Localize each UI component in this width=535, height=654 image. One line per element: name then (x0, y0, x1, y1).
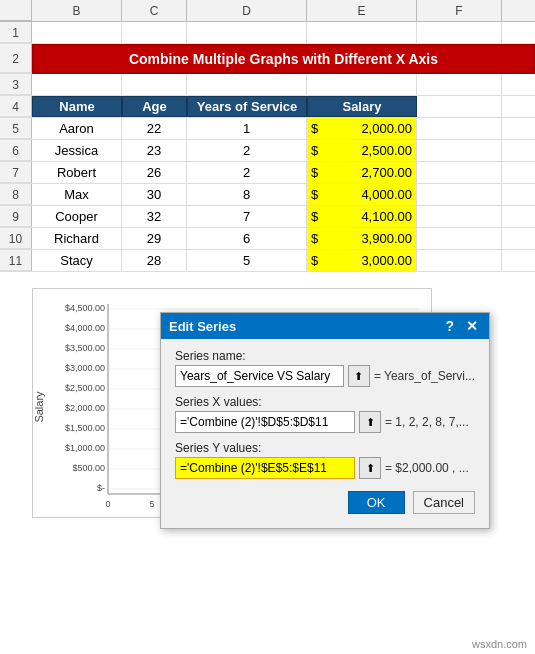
cell-e9[interactable]: $ 4,100.00 (307, 206, 417, 227)
series-x-row: ⬆ = 1, 2, 2, 8, 7,... (175, 411, 475, 433)
cell-c3[interactable] (122, 74, 187, 95)
row-num-1: 1 (0, 22, 32, 43)
series-y-collapse-btn[interactable]: ⬆ (359, 457, 381, 479)
svg-text:0: 0 (105, 499, 110, 509)
salary-7: 2,700.00 (323, 165, 416, 180)
cell-e10[interactable]: $ 3,900.00 (307, 228, 417, 249)
series-x-input[interactable] (175, 411, 355, 433)
cell-c5[interactable]: 22 (122, 118, 187, 139)
cell-f11[interactable] (417, 250, 502, 271)
svg-text:$1,500.00: $1,500.00 (65, 423, 105, 433)
cell-e7[interactable]: $ 2,700.00 (307, 162, 417, 183)
cell-c1[interactable] (122, 22, 187, 43)
cell-d6[interactable]: 2 (187, 140, 307, 161)
cell-e5[interactable]: $ 2,000.00 (307, 118, 417, 139)
row-num-11: 11 (0, 250, 32, 271)
cell-f1[interactable] (417, 22, 502, 43)
cell-c6[interactable]: 23 (122, 140, 187, 161)
row-11: 11 Stacy 28 5 $ 3,000.00 (0, 250, 535, 272)
cell-e1[interactable] (307, 22, 417, 43)
salary-6: 2,500.00 (323, 143, 416, 158)
col-header-a: B (32, 0, 122, 21)
salary-8: 4,000.00 (323, 187, 416, 202)
cell-b10[interactable]: Richard (32, 228, 122, 249)
row-num-10: 10 (0, 228, 32, 249)
cell-d3[interactable] (187, 74, 307, 95)
cell-b6[interactable]: Jessica (32, 140, 122, 161)
cell-c9[interactable]: 32 (122, 206, 187, 227)
svg-text:$4,000.00: $4,000.00 (65, 323, 105, 333)
cell-f3[interactable] (417, 74, 502, 95)
series-name-input[interactable] (175, 365, 344, 387)
dollar-11: $ (307, 253, 323, 268)
row-3: 3 (0, 74, 535, 96)
col-yos-header[interactable]: Years of Service (187, 96, 307, 117)
dollar-6: $ (307, 143, 323, 158)
row-num-9: 9 (0, 206, 32, 227)
cell-e11[interactable]: $ 3,000.00 (307, 250, 417, 271)
row-num-4: 4 (0, 96, 32, 117)
watermark: wsxdn.com (472, 638, 527, 650)
cell-f6[interactable] (417, 140, 502, 161)
cell-c11[interactable]: 28 (122, 250, 187, 271)
dialog-ok-button[interactable]: OK (348, 491, 405, 514)
dollar-8: $ (307, 187, 323, 202)
series-name-label: Series name: (175, 349, 475, 363)
dialog-cancel-button[interactable]: Cancel (413, 491, 475, 514)
cell-d5[interactable]: 1 (187, 118, 307, 139)
cell-f4[interactable] (417, 96, 502, 117)
row-num-7: 7 (0, 162, 32, 183)
cell-b5[interactable]: Aaron (32, 118, 122, 139)
y-axis-label: Salary (33, 391, 45, 423)
series-y-label: Series Y values: (175, 441, 475, 455)
cell-c7[interactable]: 26 (122, 162, 187, 183)
salary-9: 4,100.00 (323, 209, 416, 224)
svg-text:$1,000.00: $1,000.00 (65, 443, 105, 453)
cell-f5[interactable] (417, 118, 502, 139)
row-10: 10 Richard 29 6 $ 3,900.00 (0, 228, 535, 250)
column-headers: B C D E F (0, 0, 535, 22)
cell-f10[interactable] (417, 228, 502, 249)
cell-d11[interactable]: 5 (187, 250, 307, 271)
cell-b9[interactable]: Cooper (32, 206, 122, 227)
cell-c8[interactable]: 30 (122, 184, 187, 205)
cell-d7[interactable]: 2 (187, 162, 307, 183)
row-num-8: 8 (0, 184, 32, 205)
dialog-close-button[interactable]: ✕ (463, 318, 481, 334)
col-name-header[interactable]: Name (32, 96, 122, 117)
cell-d1[interactable] (187, 22, 307, 43)
col-age-header[interactable]: Age (122, 96, 187, 117)
corner-cell (0, 0, 32, 21)
svg-text:$4,500.00: $4,500.00 (65, 303, 105, 313)
cell-e6[interactable]: $ 2,500.00 (307, 140, 417, 161)
col-salary-header[interactable]: Salary (307, 96, 417, 117)
title-cell[interactable]: Combine Multiple Graphs with Different X… (32, 44, 535, 74)
edit-series-dialog: Edit Series ? ✕ Series name: ⬆ = Years_o… (160, 312, 490, 529)
svg-text:$-: $- (97, 483, 105, 493)
col-header-e: E (307, 0, 417, 21)
cell-e3[interactable] (307, 74, 417, 95)
row-num-6: 6 (0, 140, 32, 161)
cell-f7[interactable] (417, 162, 502, 183)
cell-b7[interactable]: Robert (32, 162, 122, 183)
cell-d10[interactable]: 6 (187, 228, 307, 249)
series-name-ref: = Years_of_Servi... (374, 369, 475, 383)
cell-f8[interactable] (417, 184, 502, 205)
cell-b11[interactable]: Stacy (32, 250, 122, 271)
series-name-collapse-btn[interactable]: ⬆ (348, 365, 370, 387)
cell-b1[interactable] (32, 22, 122, 43)
cell-d8[interactable]: 8 (187, 184, 307, 205)
dialog-help-button[interactable]: ? (442, 318, 457, 334)
series-x-collapse-btn[interactable]: ⬆ (359, 411, 381, 433)
row-num-5: 5 (0, 118, 32, 139)
cell-d9[interactable]: 7 (187, 206, 307, 227)
cell-e8[interactable]: $ 4,000.00 (307, 184, 417, 205)
cell-c10[interactable]: 29 (122, 228, 187, 249)
cell-b8[interactable]: Max (32, 184, 122, 205)
row-8: 8 Max 30 8 $ 4,000.00 (0, 184, 535, 206)
row-1: 1 (0, 22, 535, 44)
cell-f9[interactable] (417, 206, 502, 227)
series-y-input[interactable] (175, 457, 355, 479)
cell-b3[interactable] (32, 74, 122, 95)
series-y-row: ⬆ = $2,000.00 , ... (175, 457, 475, 479)
